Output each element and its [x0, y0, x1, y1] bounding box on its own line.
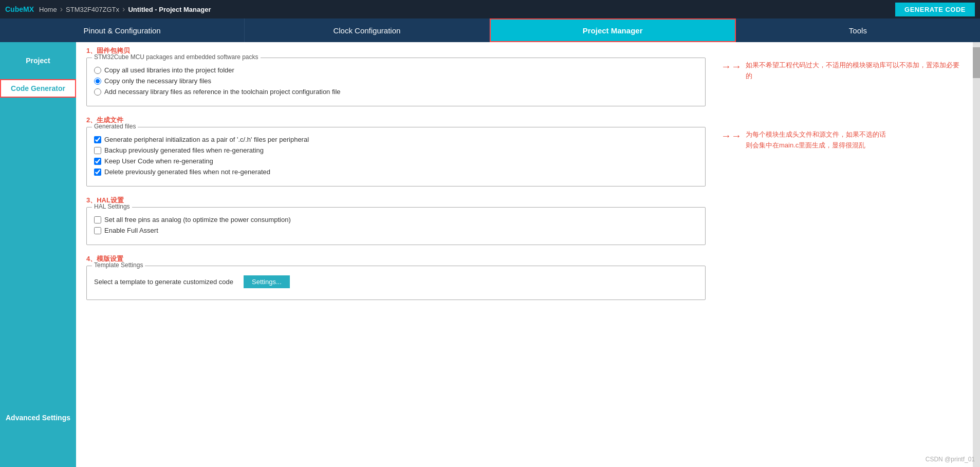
annotation1-line: →→ 如果不希望工程代码过大，不适用的模块驱动库可以不添加，置添加必要的 — [721, 60, 963, 82]
check1-label[interactable]: Generate peripheral initialization as a … — [104, 136, 309, 143]
checkbox-generate-pairs[interactable] — [94, 136, 101, 143]
section3-row: HAL Settings Set all free pins as analog… — [86, 207, 963, 250]
check2-row: Backup previously generated files when r… — [94, 146, 698, 154]
panel1: STM32Cube MCU packages and embedded soft… — [86, 58, 706, 106]
logo: CubeMX — [5, 5, 34, 13]
radio1-label[interactable]: Copy all used libraries into the project… — [104, 66, 234, 74]
tab-pinout[interactable]: Pinout & Configuration — [0, 18, 245, 42]
main-layout: Project Code Generator Advanced Settings… — [0, 42, 980, 467]
annotation3-placeholder — [706, 207, 963, 210]
radio-add-reference[interactable] — [94, 88, 101, 96]
radio3-row: Add necessary library files as reference… — [94, 88, 698, 96]
content-area: 1、固件包拷贝 STM32Cube MCU packages and embed… — [76, 42, 973, 467]
hal-check2-row: Enable Full Assert — [94, 227, 698, 234]
check4-label[interactable]: Delete previously generated files when n… — [104, 168, 270, 176]
checkbox-delete-generated[interactable] — [94, 169, 101, 176]
panel2: Generated files Generate peripheral init… — [86, 127, 706, 186]
hal-check1-row: Set all free pins as analog (to optimize… — [94, 216, 698, 223]
check4-row: Delete previously generated files when n… — [94, 168, 698, 176]
radio1-row: Copy all used libraries into the project… — [94, 66, 698, 74]
sidebar-item-code-generator[interactable]: Code Generator — [0, 79, 76, 98]
tab-project-manager[interactable]: Project Manager — [490, 18, 736, 42]
breadcrumb-home[interactable]: Home — [39, 6, 57, 13]
annotation1-container: →→ 如果不希望工程代码过大，不适用的模块驱动库可以不添加，置添加必要的 — [706, 58, 963, 86]
top-nav: CubeMX Home › STM32F407ZGTx › Untitled -… — [0, 0, 980, 18]
section1-row: STM32Cube MCU packages and embedded soft… — [86, 58, 963, 111]
annotation1-text: 如果不希望工程代码过大，不适用的模块驱动库可以不添加，置添加必要的 — [746, 60, 963, 82]
watermark: CSDN @printf_01 — [926, 456, 975, 463]
hal-check1-label[interactable]: Set all free pins as analog (to optimize… — [104, 216, 291, 223]
radio-copy-all[interactable] — [94, 67, 101, 74]
sidebar: Project Code Generator Advanced Settings — [0, 42, 76, 467]
panel3-legend: HAL Settings — [92, 203, 132, 210]
checkbox-analog-pins[interactable] — [94, 216, 101, 223]
annotation2-container: →→ 为每个模块生成头文件和源文件，如果不选的话 则会集中在main.c里面生成… — [706, 127, 963, 155]
breadcrumb-device[interactable]: STM32F407ZGTx — [66, 6, 119, 13]
panel4: Template Settings Select a template to g… — [86, 266, 706, 300]
tab-clock[interactable]: Clock Configuration — [245, 18, 489, 42]
section1-panel-container: STM32Cube MCU packages and embedded soft… — [86, 58, 706, 111]
annotation2-line: →→ 为每个模块生成头文件和源文件，如果不选的话 则会集中在main.c里面生成… — [721, 129, 963, 151]
section2-row: Generated files Generate peripheral init… — [86, 127, 963, 192]
breadcrumb-arrow-2: › — [122, 5, 125, 14]
template-text: Select a template to generate customized… — [94, 278, 233, 286]
breadcrumb-project[interactable]: Untitled - Project Manager — [128, 6, 211, 13]
annotation1-arrow: →→ — [721, 60, 742, 72]
radio2-label[interactable]: Copy only the necessary library files — [104, 77, 211, 85]
annotation4-placeholder — [706, 266, 963, 268]
section4-row: Template Settings Select a template to g… — [86, 266, 963, 305]
settings-button[interactable]: Settings... — [244, 275, 290, 288]
sidebar-item-project[interactable]: Project — [0, 52, 76, 69]
hal-check2-label[interactable]: Enable Full Assert — [104, 227, 158, 234]
checkbox-keep-user-code[interactable] — [94, 158, 101, 165]
panel1-legend: STM32Cube MCU packages and embedded soft… — [92, 53, 261, 61]
scrollbar-track[interactable] — [973, 42, 980, 467]
annotation2-arrow: →→ — [721, 129, 742, 142]
panel2-legend: Generated files — [92, 123, 138, 130]
check2-label[interactable]: Backup previously generated files when r… — [104, 146, 264, 154]
checkbox-full-assert[interactable] — [94, 227, 101, 234]
section2-panel-container: Generated files Generate peripheral init… — [86, 127, 706, 192]
breadcrumb: Home › STM32F407ZGTx › Untitled - Projec… — [39, 5, 211, 14]
check3-row: Keep User Code when re-generating — [94, 157, 698, 165]
check3-label[interactable]: Keep User Code when re-generating — [104, 157, 213, 165]
annotation2-text: 为每个模块生成头文件和源文件，如果不选的话 则会集中在main.c里面生成，显得… — [746, 129, 886, 151]
section3-label: 3、HAL设置 — [86, 196, 963, 205]
sidebar-item-advanced-settings[interactable]: Advanced Settings — [0, 409, 76, 426]
tab-tools[interactable]: Tools — [736, 18, 980, 42]
radio-copy-necessary[interactable] — [94, 78, 101, 85]
section4-panel-container: Template Settings Select a template to g… — [86, 266, 706, 305]
generate-code-button[interactable]: GENERATE CODE — [895, 3, 975, 16]
panel3: HAL Settings Set all free pins as analog… — [86, 207, 706, 245]
check1-row: Generate peripheral initialization as a … — [94, 136, 698, 143]
tab-bar: Pinout & Configuration Clock Configurati… — [0, 18, 980, 42]
checkbox-backup[interactable] — [94, 147, 101, 154]
radio2-row: Copy only the necessary library files — [94, 77, 698, 85]
section3-panel-container: HAL Settings Set all free pins as analog… — [86, 207, 706, 250]
section4-label: 4、模版设置 — [86, 254, 963, 264]
panel4-legend: Template Settings — [92, 261, 145, 269]
section2-label: 2、生成文件 — [86, 116, 963, 125]
breadcrumb-arrow-1: › — [60, 5, 63, 14]
scrollbar-thumb[interactable] — [973, 47, 980, 78]
radio3-label[interactable]: Add necessary library files as reference… — [104, 88, 341, 96]
